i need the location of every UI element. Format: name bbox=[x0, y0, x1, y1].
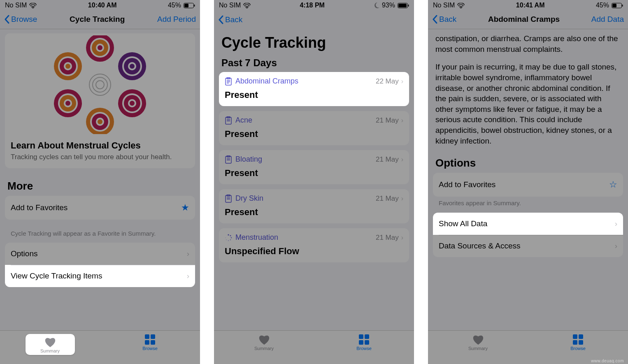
item-date: 22 May bbox=[376, 77, 399, 85]
svg-rect-73 bbox=[622, 5, 623, 7]
battery-icon bbox=[612, 3, 623, 8]
show-all-data-row[interactable]: Show All Data › bbox=[433, 213, 623, 235]
screen-abdominal-cramps: No SIM 10:41 AM 45% Back Abdominal Cramp… bbox=[428, 0, 628, 364]
chevron-right-icon: › bbox=[615, 219, 617, 228]
add-period-button[interactable]: Add Period bbox=[157, 15, 196, 24]
status-time: 4:18 PM bbox=[300, 2, 324, 9]
add-to-favorites-row[interactable]: Add to Favorites ☆ bbox=[433, 173, 623, 197]
svg-point-62 bbox=[231, 237, 232, 238]
item-dry-skin[interactable]: Dry Skin 21 May› Present bbox=[219, 189, 409, 223]
watermark: www.deuaq.com bbox=[591, 359, 624, 363]
svg-rect-37 bbox=[151, 334, 155, 339]
back-button[interactable]: Back bbox=[218, 15, 242, 24]
item-menstruation[interactable]: Menstruation 21 May› Unspecified Flow bbox=[219, 228, 409, 262]
data-sources-row[interactable]: Data Sources & Access › bbox=[433, 235, 623, 257]
svg-rect-69 bbox=[359, 340, 363, 345]
chevron-right-icon: › bbox=[187, 249, 189, 258]
item-name: Menstruation bbox=[235, 233, 278, 242]
tab-summary-label: Summary bbox=[468, 346, 488, 351]
moon-icon bbox=[374, 2, 379, 8]
svg-point-20 bbox=[130, 101, 135, 106]
item-name: Dry Skin bbox=[235, 194, 263, 203]
back-label: Back bbox=[225, 15, 242, 24]
item-acne[interactable]: Acne 21 May› Present bbox=[219, 111, 409, 145]
item-value: Present bbox=[225, 90, 403, 100]
screen-cycle-tracking: No SIM 10:40 AM 45% Browse Cycle Trackin… bbox=[0, 0, 200, 364]
status-time: 10:41 AM bbox=[516, 2, 545, 9]
svg-point-25 bbox=[98, 119, 102, 124]
chevron-right-icon: › bbox=[401, 234, 403, 241]
svg-rect-67 bbox=[359, 334, 363, 339]
status-time: 10:40 AM bbox=[88, 2, 117, 9]
screen-cycle-items: No SIM 4:18 PM 93% Back Cycle Tracking P… bbox=[214, 0, 414, 364]
svg-point-65 bbox=[226, 239, 227, 240]
back-label: Back bbox=[439, 15, 456, 24]
grid-icon bbox=[572, 334, 584, 345]
carrier-label: No SIM bbox=[433, 2, 455, 9]
battery-icon bbox=[398, 3, 409, 8]
tab-summary-label: Summary bbox=[40, 348, 60, 353]
options-row[interactable]: Options › bbox=[5, 243, 195, 265]
svg-rect-38 bbox=[145, 340, 149, 345]
svg-rect-74 bbox=[573, 334, 577, 339]
svg-rect-2 bbox=[194, 5, 195, 7]
section-header: Past 7 Days bbox=[214, 54, 414, 72]
clipboard-icon bbox=[225, 116, 232, 125]
chevron-right-icon: › bbox=[187, 271, 189, 281]
tab-summary[interactable]: Summary bbox=[454, 334, 503, 351]
promo-card[interactable]: Learn About Menstrual Cycles Tracking cy… bbox=[5, 33, 195, 168]
back-button[interactable]: Browse bbox=[4, 15, 37, 24]
item-bloating[interactable]: Bloating 21 May› Present bbox=[219, 150, 409, 184]
svg-point-63 bbox=[230, 239, 231, 240]
navbar: Back Abdominal Cramps Add Data bbox=[428, 10, 628, 29]
item-abdominal-cramps[interactable]: Abdominal Cramps 22 May› Present bbox=[219, 72, 409, 106]
svg-rect-72 bbox=[612, 4, 616, 7]
svg-rect-70 bbox=[365, 340, 369, 345]
large-title: Cycle Tracking bbox=[214, 29, 414, 54]
tab-summary[interactable]: Summary bbox=[26, 334, 75, 355]
navbar: Browse Cycle Tracking Add Period bbox=[0, 10, 200, 29]
view-cycle-items-row[interactable]: View Cycle Tracking Items › bbox=[5, 265, 195, 287]
battery-pct: 45% bbox=[596, 2, 609, 9]
tab-browse[interactable]: Browse bbox=[554, 334, 603, 351]
tab-browse[interactable]: Browse bbox=[126, 334, 175, 351]
favorites-label: Add to Favorites bbox=[439, 180, 495, 189]
tab-bar: Summary Browse bbox=[0, 330, 200, 364]
carrier-label: No SIM bbox=[5, 2, 27, 9]
show-all-label: Show All Data bbox=[439, 219, 487, 228]
svg-rect-75 bbox=[579, 334, 583, 339]
more-header: More bbox=[0, 176, 200, 196]
heart-icon bbox=[472, 334, 484, 345]
tab-browse[interactable]: Browse bbox=[340, 334, 389, 351]
navbar: Back bbox=[214, 10, 414, 29]
tab-browse-label: Browse bbox=[570, 346, 586, 351]
item-value: Present bbox=[225, 129, 403, 139]
tab-browse-label: Browse bbox=[142, 346, 158, 351]
back-button[interactable]: Back bbox=[432, 15, 456, 24]
info-paragraph-2: If your pain is recurring, it may be due… bbox=[428, 62, 628, 153]
grid-icon bbox=[144, 334, 156, 345]
info-paragraph-1: constipation, or diarrhea. Cramps are al… bbox=[428, 29, 628, 62]
item-date: 21 May bbox=[376, 116, 399, 124]
tab-summary-label: Summary bbox=[254, 346, 274, 351]
carrier-label: No SIM bbox=[219, 2, 241, 9]
add-to-favorites-row[interactable]: Add to Favorites ★ bbox=[5, 196, 195, 220]
svg-rect-68 bbox=[365, 334, 369, 339]
svg-point-30 bbox=[65, 101, 70, 106]
heart-icon bbox=[258, 334, 270, 345]
promo-image bbox=[5, 33, 195, 136]
star-filled-icon: ★ bbox=[181, 202, 189, 213]
svg-rect-39 bbox=[151, 340, 155, 345]
tab-summary[interactable]: Summary bbox=[240, 334, 289, 351]
back-label: Browse bbox=[11, 15, 37, 24]
add-data-button[interactable]: Add Data bbox=[591, 15, 624, 24]
chevron-left-icon bbox=[4, 15, 9, 24]
svg-rect-36 bbox=[145, 334, 149, 339]
svg-rect-1 bbox=[184, 4, 188, 7]
svg-point-15 bbox=[130, 64, 135, 69]
chevron-right-icon: › bbox=[615, 241, 617, 250]
item-name: Acne bbox=[235, 116, 252, 125]
item-date: 21 May bbox=[376, 195, 399, 202]
battery-pct: 45% bbox=[168, 2, 181, 9]
clipboard-icon bbox=[225, 77, 232, 86]
